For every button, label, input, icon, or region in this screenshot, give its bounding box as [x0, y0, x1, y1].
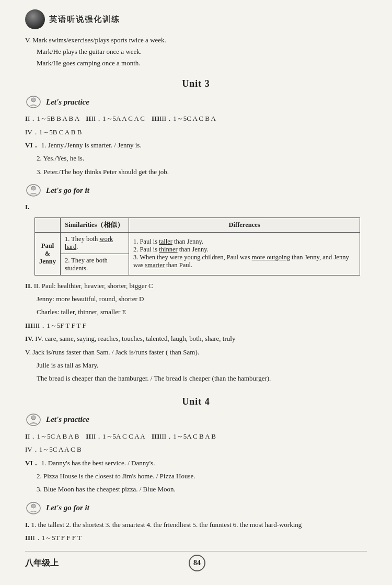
- unit3-practice-answers: II．1～5B B A B A IIII．1～5A A C A C IIIIII…: [25, 112, 367, 178]
- diff-cell: 1. Paul is taller than Jenny. 2. Paul is…: [129, 232, 360, 275]
- go-icon: [25, 183, 42, 198]
- unit4-IV-answer: IV．1～5C A A C B: [25, 443, 367, 455]
- svg-point-1: [31, 98, 36, 102]
- section-v-line1: V. Mark swims/exercises/plays sports twi…: [25, 35, 367, 46]
- unit4-title: Unit 4: [25, 396, 367, 407]
- footer-bar: 八年级上 84: [25, 551, 367, 571]
- unit4-I-answer: II．1～5C A B A B IIII．1～5A C C A A IIIIII…: [25, 430, 367, 442]
- unit3-lets-practice-header: Let's practice: [25, 95, 367, 109]
- page-number: 84: [189, 555, 205, 571]
- unit3-go-V2: Julie is as tall as Mary.: [37, 359, 367, 371]
- header-row: 英语听说强化训练: [25, 9, 367, 29]
- grade-label: 八年级上: [25, 558, 59, 569]
- unit3-go-V3: The bread is cheaper than the hamburger.…: [37, 372, 367, 384]
- unit3-VI-label: VI． 1. Jenny./Jenny is smarter. / Jenny …: [25, 139, 367, 151]
- lets-practice-label-u4: Let's practice: [46, 415, 89, 424]
- sim1-cell: 1. They both work hard.: [60, 232, 129, 254]
- practice-icon: [25, 95, 42, 109]
- section-v-line3: Mark/He goes camping once a month.: [37, 58, 367, 69]
- unit4-go-answers: I. 1. the tallest 2. the shortest 3. the…: [25, 519, 367, 544]
- lets-go-label-u4: Let's go for it: [46, 503, 89, 512]
- unit3-go-II: II. II. Paul: healthier, heavier, shorte…: [25, 280, 367, 292]
- practice-icon-u4: [25, 412, 42, 427]
- unit3-VI-2: 2. Yes./Yes, he is.: [37, 152, 367, 164]
- unit3-comparison-table: Similarities（相似） Differences Paul&Jenny …: [34, 217, 360, 276]
- unit3-title: Unit 3: [25, 78, 367, 89]
- unit3-go-II-2: Jenny: more beautiful, round, shorter D: [37, 293, 367, 305]
- unit3-go-III: IIIIII．1～5F T F T F: [25, 319, 367, 331]
- unit3-go-II-3: Charles: taller, thinner, smaller E: [37, 306, 367, 318]
- header-title: 英语听说强化训练: [49, 15, 120, 25]
- unit3-table-wrap: Similarities（相似） Differences Paul&Jenny …: [34, 217, 367, 276]
- table-col2-header: Similarities（相似）: [60, 217, 129, 232]
- unit4-VI-2: 2. Pizza House is the closest to Jim's h…: [37, 470, 367, 482]
- unit3-I-answer: II．1～5B B A B A IIII．1～5A A C A C IIIIII…: [25, 112, 367, 124]
- section-v-line2: Mark/He plays the guitar once a week.: [37, 46, 367, 58]
- unit3-go-IV: IV. IV. care, same, saying, reaches, tou…: [25, 332, 367, 345]
- unit4-VI-3: 3. Blue Moon has the cheapest pizza. / B…: [37, 483, 367, 495]
- table-row-1: Paul&Jenny 1. They both work hard. 1. Pa…: [35, 232, 360, 254]
- go-icon-u4: [25, 501, 42, 515]
- svg-point-7: [31, 504, 36, 508]
- lets-go-label: Let's go for it: [46, 186, 89, 195]
- unit3-go-V1: V. Jack is/runs faster than Sam. / Jack …: [25, 346, 367, 358]
- lets-practice-label: Let's practice: [46, 98, 89, 107]
- table-col3-header: Differences: [129, 217, 360, 232]
- table-col1: [35, 217, 61, 232]
- unit4-go-II: IIII．1～5T F F F T: [25, 532, 367, 544]
- section-v-prev: V. Mark swims/exercises/plays sports twi…: [25, 35, 367, 69]
- unit3-go-I-label: I.: [25, 201, 367, 213]
- unit4-practice-answers: II．1～5C A B A B IIII．1～5A C C A A IIIIII…: [25, 430, 367, 496]
- svg-point-5: [31, 416, 36, 420]
- unit4-lets-go-header: Let's go for it: [25, 501, 367, 515]
- unit3-go-answers: I. Similarities（相似） Differences Paul&Jen…: [25, 201, 367, 385]
- sim2-cell: 2. They are both students.: [60, 254, 129, 275]
- svg-point-3: [31, 186, 36, 190]
- unit4-lets-practice-header: Let's practice: [25, 412, 367, 427]
- paul-jenny-cell: Paul&Jenny: [35, 232, 61, 275]
- unit4-go-I-label: I. 1. the tallest 2. the shortest 3. the…: [25, 519, 367, 531]
- unit4-VI-label: VI． 1. Danny's has the best service. / D…: [25, 457, 367, 469]
- unit3-IV-answer: IV．1～5B C A B B: [25, 126, 367, 138]
- logo-icon: [25, 9, 45, 29]
- unit3-VI-3: 3. Peter./The boy thinks Peter should ge…: [37, 166, 367, 178]
- unit3-lets-go-header: Let's go for it: [25, 183, 367, 198]
